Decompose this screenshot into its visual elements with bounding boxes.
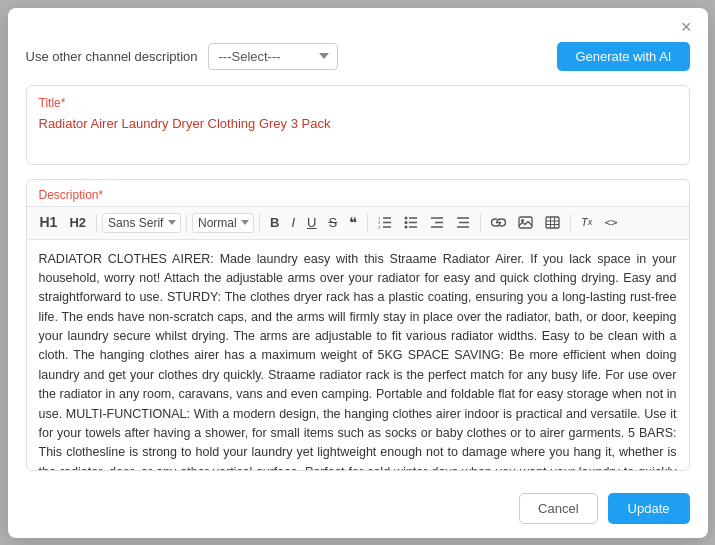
indent-button[interactable] bbox=[425, 213, 449, 232]
table-button[interactable] bbox=[540, 213, 565, 232]
clear-format-button[interactable]: Tx bbox=[576, 213, 597, 232]
toolbar-divider-4 bbox=[367, 214, 368, 232]
toolbar-divider-3 bbox=[259, 214, 260, 232]
bold-button[interactable]: B bbox=[265, 212, 284, 234]
strikethrough-button[interactable]: S bbox=[323, 212, 342, 234]
modal-container: × Use other channel description ---Selec… bbox=[8, 8, 708, 538]
svg-text:3: 3 bbox=[378, 225, 381, 230]
h1-button[interactable]: H1 bbox=[35, 211, 63, 234]
toolbar-divider-1 bbox=[96, 214, 97, 232]
ordered-list-button[interactable]: 123 bbox=[373, 213, 397, 232]
title-input[interactable]: Radiator Airer Laundry Dryer Clothing Gr… bbox=[39, 116, 677, 152]
svg-point-9 bbox=[405, 217, 408, 220]
toolbar-divider-5 bbox=[480, 214, 481, 232]
link-button[interactable] bbox=[486, 213, 511, 232]
editor-toolbar: H1 H2 Sans Serif Normal B I U S ❝ 123 bbox=[27, 206, 689, 240]
title-label: Title* bbox=[39, 96, 677, 110]
svg-point-10 bbox=[405, 221, 408, 224]
h2-button[interactable]: H2 bbox=[64, 212, 91, 234]
toolbar-divider-6 bbox=[570, 214, 571, 232]
generate-with-ai-button[interactable]: Generate with AI bbox=[557, 42, 689, 71]
modal-header: × bbox=[8, 8, 708, 42]
description-content[interactable]: RADIATOR CLOTHES AIRER: Made laundry eas… bbox=[27, 240, 689, 470]
font-family-select[interactable]: Sans Serif bbox=[102, 213, 181, 233]
unordered-list-button[interactable] bbox=[399, 213, 423, 232]
description-field-group: Description* H1 H2 Sans Serif Normal B I… bbox=[26, 179, 690, 471]
image-button[interactable] bbox=[513, 213, 538, 232]
svg-point-11 bbox=[405, 226, 408, 229]
quote-button[interactable]: ❝ bbox=[344, 211, 362, 235]
channel-label: Use other channel description bbox=[26, 49, 198, 64]
close-button[interactable]: × bbox=[679, 18, 694, 36]
italic-button[interactable]: I bbox=[286, 212, 300, 234]
update-button[interactable]: Update bbox=[608, 493, 690, 524]
top-row: Use other channel description ---Select-… bbox=[26, 42, 690, 71]
toolbar-divider-2 bbox=[186, 214, 187, 232]
svg-point-20 bbox=[521, 219, 524, 222]
svg-rect-19 bbox=[519, 217, 532, 228]
cancel-button[interactable]: Cancel bbox=[519, 493, 597, 524]
title-field-group: Title* Radiator Airer Laundry Dryer Clot… bbox=[26, 85, 690, 165]
svg-rect-21 bbox=[546, 217, 559, 228]
modal-body: Use other channel description ---Select-… bbox=[8, 42, 708, 483]
font-size-select[interactable]: Normal bbox=[192, 213, 254, 233]
description-label: Description* bbox=[27, 180, 689, 206]
underline-button[interactable]: U bbox=[302, 212, 321, 234]
modal-footer: Cancel Update bbox=[8, 483, 708, 538]
source-button[interactable]: <> bbox=[599, 213, 622, 232]
channel-select[interactable]: ---Select--- bbox=[208, 43, 338, 70]
outdent-button[interactable] bbox=[451, 213, 475, 232]
